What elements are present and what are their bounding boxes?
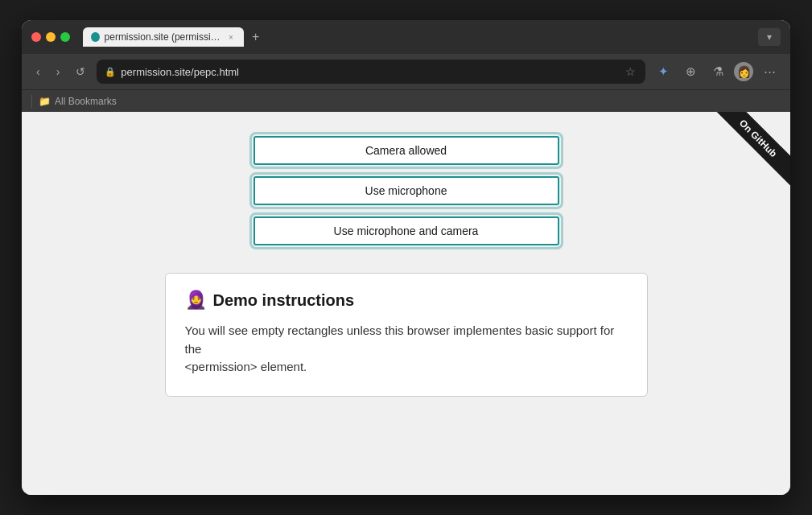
expand-button[interactable]: ▾ [758,28,781,46]
github-ribbon-label[interactable]: On GitHub [711,112,790,186]
back-button[interactable]: ‹ [31,62,45,81]
traffic-lights [31,32,70,42]
reload-button[interactable]: ↺ [71,62,90,81]
content-center: Camera allowed Use microphone Use microp… [165,136,648,397]
nav-bar: ‹ › ↺ 🔒 permission.site/pepc.html ☆ ✦ ⊕ … [22,54,790,89]
use-microphone-button[interactable]: Use microphone [253,176,559,205]
page-content: On GitHub Camera allowed Use microphone … [22,112,790,495]
magic-button[interactable]: ✦ [652,60,674,83]
new-tab-button[interactable]: + [247,30,264,44]
maximize-window-button[interactable] [60,32,70,42]
shield-button[interactable]: ⊕ [679,60,702,83]
folder-icon: 📁 [39,96,51,107]
user-avatar[interactable]: 👩 [734,62,753,81]
url-text: permission.site/pepc.html [121,66,619,78]
use-microphone-camera-button[interactable]: Use microphone and camera [253,216,559,245]
demo-title-text: Demo instructions [213,291,355,310]
toolbar-actions: ✦ ⊕ ⚗ 👩 ⋯ [652,60,781,83]
forward-button[interactable]: › [52,62,65,81]
lab-button[interactable]: ⚗ [707,60,729,83]
demo-title: 🧕 Demo instructions [185,290,628,311]
tab-close-button[interactable]: × [226,31,236,43]
bookmarks-text: All Bookmarks [55,96,117,107]
close-window-button[interactable] [31,32,41,42]
minimize-window-button[interactable] [46,32,56,42]
bookmarks-divider [31,95,32,108]
tab-label: permission.site (permission e... [105,31,221,43]
active-tab[interactable]: permission.site (permission e... × [83,27,244,47]
demo-instructions-box: 🧕 Demo instructions You will see empty r… [165,273,648,397]
bookmarks-bar: 📁 All Bookmarks [22,89,790,112]
demo-body: You will see empty rectangles unless thi… [185,322,628,377]
all-bookmarks-link[interactable]: 📁 All Bookmarks [39,96,117,107]
address-actions: ☆ [624,64,637,80]
demo-emoji: 🧕 [185,290,207,311]
github-ribbon: On GitHub [694,112,790,208]
tab-bar: permission.site (permission e... × + [83,27,752,47]
security-icon: 🔒 [105,67,116,77]
title-bar: permission.site (permission e... × + ▾ [22,20,790,54]
window-controls-right: ▾ [758,28,781,46]
star-icon[interactable]: ☆ [624,64,637,80]
more-button[interactable]: ⋯ [758,60,781,83]
camera-allowed-button[interactable]: Camera allowed [253,136,559,165]
address-bar[interactable]: 🔒 permission.site/pepc.html ☆ [97,60,645,84]
browser-window: permission.site (permission e... × + ▾ ‹… [22,20,790,495]
tab-favicon [91,32,100,42]
